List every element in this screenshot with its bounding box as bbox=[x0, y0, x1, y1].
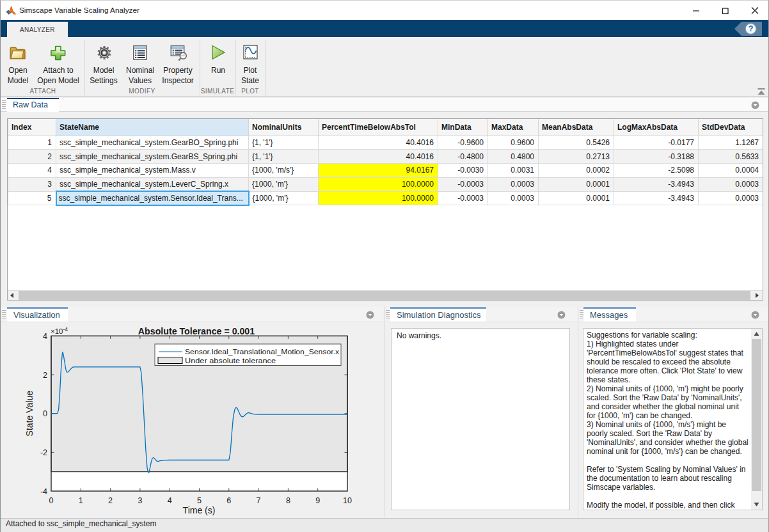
svg-text:10: 10 bbox=[343, 496, 352, 505]
svg-text:×10-4: ×10-4 bbox=[51, 326, 68, 335]
svg-text:Absolute Tolerance = 0.001: Absolute Tolerance = 0.001 bbox=[138, 326, 255, 336]
svg-text:2: 2 bbox=[108, 496, 113, 505]
svg-text:?: ? bbox=[749, 24, 754, 33]
svg-text:3: 3 bbox=[138, 496, 142, 505]
svg-text:9: 9 bbox=[315, 496, 320, 505]
svg-text:5: 5 bbox=[197, 496, 202, 505]
svg-text:7: 7 bbox=[257, 496, 261, 505]
svg-text:0: 0 bbox=[49, 496, 54, 505]
svg-text:0: 0 bbox=[43, 409, 47, 418]
svg-text:1: 1 bbox=[79, 496, 83, 505]
svg-text:4: 4 bbox=[168, 496, 172, 505]
svg-text:8: 8 bbox=[286, 496, 290, 505]
svg-text:State Value: State Value bbox=[24, 391, 35, 437]
svg-text:Time (s): Time (s) bbox=[183, 505, 216, 515]
svg-text:Sensor.Ideal_Translational_Mot: Sensor.Ideal_Translational_Motion_Sensor… bbox=[185, 348, 339, 356]
svg-text:4: 4 bbox=[43, 332, 47, 341]
svg-text:2: 2 bbox=[43, 371, 47, 380]
svg-text:6: 6 bbox=[226, 496, 231, 505]
svg-text:Under absolute tolerance: Under absolute tolerance bbox=[185, 357, 276, 364]
svg-text:-2: -2 bbox=[40, 448, 47, 457]
svg-text:-4: -4 bbox=[40, 487, 47, 496]
